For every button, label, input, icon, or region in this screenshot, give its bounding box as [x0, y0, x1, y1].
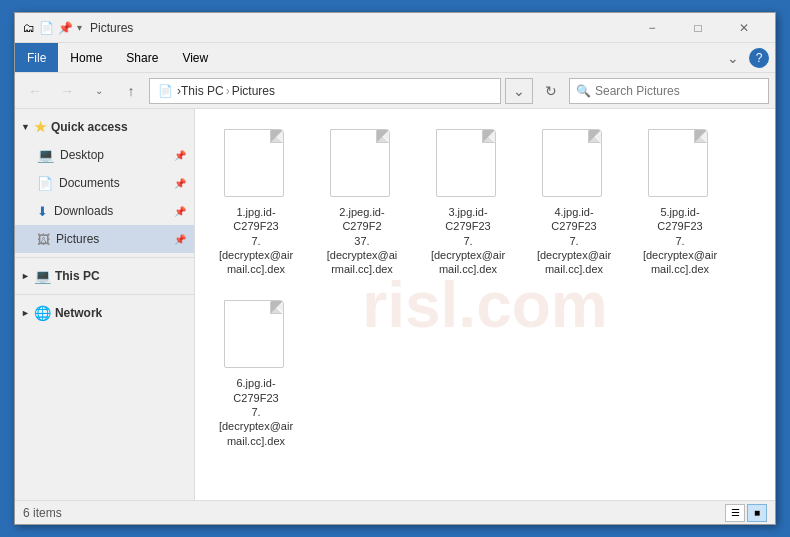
sidebar-item-desktop[interactable]: 💻 Desktop 📌 — [15, 141, 194, 169]
fold2-2 — [377, 130, 389, 142]
file-name-5: 5.jpg.id-C279F237.[decryptex@airmail.cc]… — [639, 205, 721, 276]
status-items: 6 items — [23, 506, 62, 520]
path-thispc: This PC — [181, 84, 224, 98]
search-box: 🔍 — [569, 78, 769, 104]
files-grid: 1.jpg.id-C279F237.[decryptex@airmail.cc]… — [211, 125, 759, 452]
forward-button[interactable]: → — [53, 78, 81, 104]
divider1 — [15, 257, 194, 258]
file-icon-2 — [330, 129, 394, 201]
menu-file[interactable]: File — [15, 43, 58, 72]
recent-button[interactable]: ⌄ — [85, 78, 113, 104]
file-page-5 — [648, 129, 708, 197]
status-bar: 6 items ☰ ■ — [15, 500, 775, 524]
file-name-1: 1.jpg.id-C279F237.[decryptex@airmail.cc]… — [215, 205, 297, 276]
file-item[interactable]: 2.jpeg.id-C279F237.[decryptex@airmail.cc… — [317, 125, 407, 280]
fold2-5 — [695, 130, 707, 142]
network-icon: 🌐 — [34, 305, 51, 321]
window-title: Pictures — [90, 21, 629, 35]
chevron-icon: ▼ — [21, 122, 30, 132]
pin-icon: 📌 — [174, 150, 186, 161]
path-icon: 📄 — [158, 84, 173, 98]
chevron-right-icon: ► — [21, 271, 30, 281]
fold2-3 — [483, 130, 495, 142]
pictures-icon: 🖼 — [37, 232, 50, 247]
fold2-1 — [271, 130, 283, 142]
thispc-icon: 💻 — [34, 268, 51, 284]
file-icon-3 — [436, 129, 500, 201]
search-icon: 🔍 — [576, 84, 591, 98]
divider2 — [15, 294, 194, 295]
back-button[interactable]: ← — [21, 78, 49, 104]
pin-icon4: 📌 — [174, 234, 186, 245]
downloads-icon: ⬇ — [37, 204, 48, 219]
maximize-button[interactable]: □ — [675, 13, 721, 43]
file-icon-6 — [224, 300, 288, 372]
title-bar-controls: − □ ✕ — [629, 13, 767, 43]
file-item[interactable]: 1.jpg.id-C279F237.[decryptex@airmail.cc]… — [211, 125, 301, 280]
file-page-6 — [224, 300, 284, 368]
file-icon-5 — [648, 129, 712, 201]
file-area[interactable]: risl.com 1.jpg.id-C279F237.[decryptex@ai… — [195, 109, 775, 500]
file-icon-4 — [542, 129, 606, 201]
fold2-6 — [271, 301, 283, 313]
main-content: ▼ ★ Quick access 💻 Desktop 📌 📄 Documents… — [15, 109, 775, 500]
sidebar-desktop-label: Desktop — [60, 148, 104, 162]
file-item[interactable]: 4.jpg.id-C279F237.[decryptex@airmail.cc]… — [529, 125, 619, 280]
fold2-4 — [589, 130, 601, 142]
address-path[interactable]: 📄 › This PC › Pictures — [149, 78, 501, 104]
pin-icon2: 📌 — [174, 178, 186, 189]
file-icon-1 — [224, 129, 288, 201]
menu-view[interactable]: View — [170, 43, 220, 72]
star-icon: ★ — [34, 119, 47, 135]
large-icons-view-button[interactable]: ■ — [747, 504, 767, 522]
title-bar-icons: 🗂 📄 📌 ▾ — [23, 21, 82, 35]
file-name-4: 4.jpg.id-C279F237.[decryptex@airmail.cc]… — [533, 205, 615, 276]
file-page-1 — [224, 129, 284, 197]
dropdown-icon: ▾ — [77, 22, 82, 33]
file-page-4 — [542, 129, 602, 197]
sidebar-pictures-label: Pictures — [56, 232, 99, 246]
pin-icon3: 📌 — [174, 206, 186, 217]
search-input[interactable] — [595, 84, 762, 98]
sidebar-documents-label: Documents — [59, 176, 120, 190]
documents-icon: 📄 — [37, 176, 53, 191]
desktop-icon: 💻 — [37, 147, 54, 163]
file-item[interactable]: 6.jpg.id-C279F237.[decryptex@airmail.cc]… — [211, 296, 301, 451]
up-button[interactable]: ↑ — [117, 78, 145, 104]
view-buttons: ☰ ■ — [725, 504, 767, 522]
menu-bar-right: ⌄ ? — [721, 46, 775, 70]
address-bar: ← → ⌄ ↑ 📄 › This PC › Pictures ⌄ ↻ 🔍 — [15, 73, 775, 109]
file-item[interactable]: 5.jpg.id-C279F237.[decryptex@airmail.cc]… — [635, 125, 725, 280]
file-page-2 — [330, 129, 390, 197]
undo-icon: 📄 — [39, 21, 54, 35]
file-name-3: 3.jpg.id-C279F237.[decryptex@airmail.cc]… — [427, 205, 509, 276]
sidebar-item-documents[interactable]: 📄 Documents 📌 — [15, 169, 194, 197]
file-item[interactable]: 3.jpg.id-C279F237.[decryptex@airmail.cc]… — [423, 125, 513, 280]
sidebar-network-label: Network — [55, 306, 102, 320]
path-sep: › — [226, 84, 230, 98]
refresh-button[interactable]: ↻ — [537, 78, 565, 104]
quick-access-icon: 🗂 — [23, 21, 35, 35]
sidebar-section-quick-access[interactable]: ▼ ★ Quick access — [15, 113, 194, 141]
sidebar-item-pictures[interactable]: 🖼 Pictures 📌 — [15, 225, 194, 253]
sidebar: ▼ ★ Quick access 💻 Desktop 📌 📄 Documents… — [15, 109, 195, 500]
pin-icon: 📌 — [58, 21, 73, 35]
minimize-button[interactable]: − — [629, 13, 675, 43]
menu-share[interactable]: Share — [114, 43, 170, 72]
help-button[interactable]: ? — [749, 48, 769, 68]
title-bar: 🗂 📄 📌 ▾ Pictures − □ ✕ — [15, 13, 775, 43]
menu-home[interactable]: Home — [58, 43, 114, 72]
quick-access-label: Quick access — [51, 120, 128, 134]
address-dropdown-button[interactable]: ⌄ — [505, 78, 533, 104]
sidebar-section-thispc[interactable]: ► 💻 This PC — [15, 262, 194, 290]
menu-chevron-down-button[interactable]: ⌄ — [721, 46, 745, 70]
path-pictures: Pictures — [232, 84, 275, 98]
sidebar-section-network[interactable]: ► 🌐 Network — [15, 299, 194, 327]
list-view-button[interactable]: ☰ — [725, 504, 745, 522]
sidebar-item-downloads[interactable]: ⬇ Downloads 📌 — [15, 197, 194, 225]
menu-bar: File Home Share View ⌄ ? — [15, 43, 775, 73]
file-name-6: 6.jpg.id-C279F237.[decryptex@airmail.cc]… — [215, 376, 297, 447]
close-button[interactable]: ✕ — [721, 13, 767, 43]
sidebar-downloads-label: Downloads — [54, 204, 113, 218]
chevron-right-icon2: ► — [21, 308, 30, 318]
